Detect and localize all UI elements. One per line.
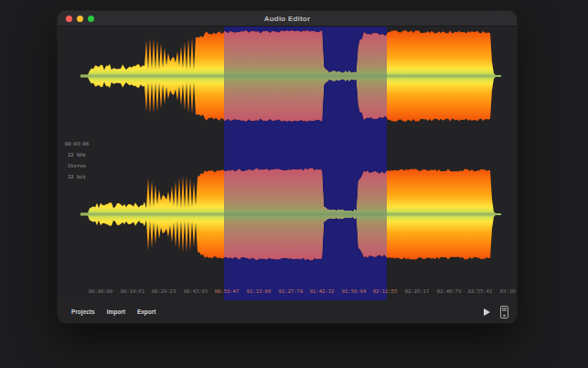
close-button[interactable]	[66, 16, 72, 22]
timeline-label: 02:26:17	[405, 288, 430, 294]
audio-metadata: 00:03:06 22 kHz Stereo 32 bit	[59, 138, 94, 182]
sample-rate-label: 22 kHz	[59, 149, 94, 160]
timeline-label: 02:40:79	[437, 288, 462, 294]
duration-label: 00:03:06	[59, 138, 94, 149]
timeline-label: 02:55:41	[468, 288, 493, 294]
timeline-label: 00:29:23	[152, 288, 176, 294]
timeline[interactable]: 00:00:0000:14:6100:29:2300:43:8500:58:47…	[58, 288, 517, 298]
timeline-label: 00:14:61	[121, 288, 145, 294]
waveform-editor-area[interactable]: 00:03:06 22 kHz Stereo 32 bit 00:00:0000…	[58, 27, 517, 300]
toolbar-button-export[interactable]: Export	[137, 308, 156, 315]
titlebar[interactable]: Audio Editor	[58, 11, 517, 27]
timeline-label: 01:13:08	[247, 288, 272, 294]
play-icon[interactable]	[484, 308, 490, 316]
channels-label: Stereo	[59, 160, 94, 171]
audio-editor-window: Audio Editor 00:03:06 22 kHz Stereo 32 b…	[58, 11, 517, 323]
window-title: Audio Editor	[264, 15, 310, 23]
timeline-label: 02:11:55	[373, 288, 398, 294]
timeline-label: 01:27:70	[279, 288, 304, 294]
timeline-label: 00:43:85	[184, 288, 208, 294]
output-device-icon[interactable]	[500, 306, 508, 319]
timeline-label: 01:56:94	[342, 288, 367, 294]
waveform-canvas[interactable]	[58, 27, 517, 300]
timeline-label: 00:58:47	[215, 288, 240, 294]
toolbar: ProjectsImportExport	[58, 300, 517, 323]
timeline-label: 00:00:00	[89, 288, 113, 294]
toolbar-button-import[interactable]: Import	[107, 308, 125, 315]
timeline-label: 03:10:02	[500, 288, 517, 294]
timeline-label: 01:42:32	[310, 288, 335, 294]
zoom-button[interactable]	[88, 16, 94, 22]
minimize-button[interactable]	[77, 16, 83, 22]
toolbar-button-projects[interactable]: Projects	[71, 308, 95, 315]
traffic-lights	[66, 11, 94, 26]
bit-depth-label: 32 bit	[59, 171, 94, 182]
